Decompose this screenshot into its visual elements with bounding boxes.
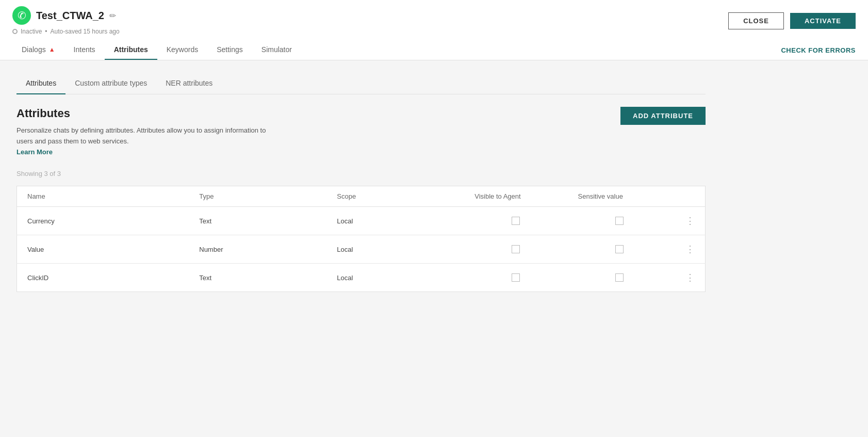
sensitive-checkbox-2[interactable] bbox=[615, 273, 624, 282]
close-button[interactable]: CLOSE bbox=[728, 12, 784, 29]
app-title: Test_CTWA_2 bbox=[36, 10, 104, 22]
cell-scope-0: Local bbox=[326, 207, 464, 235]
more-options-icon-0[interactable]: ⋮ bbox=[681, 215, 695, 226]
separator: • bbox=[45, 28, 47, 35]
cell-sensitive-2 bbox=[568, 264, 671, 292]
col-header-type: Type bbox=[189, 186, 326, 207]
tab-keywords-label: Keywords bbox=[167, 45, 198, 54]
nav-tabs: Dialogs ▲ Intents Attributes Keywords Se… bbox=[12, 40, 301, 60]
cell-type-1: Number bbox=[189, 235, 326, 264]
sensitive-checkbox-0[interactable] bbox=[615, 217, 624, 225]
showing-count: Showing 3 of 3 bbox=[17, 170, 706, 177]
tab-settings[interactable]: Settings bbox=[207, 40, 252, 60]
tab-keywords[interactable]: Keywords bbox=[157, 40, 207, 60]
autosave-text: Auto-saved 15 hours ago bbox=[51, 28, 120, 35]
cell-scope-1: Local bbox=[326, 235, 464, 264]
col-header-name: Name bbox=[17, 186, 189, 207]
cell-actions-2: ⋮ bbox=[671, 264, 706, 292]
learn-more-link[interactable]: Learn More bbox=[17, 148, 53, 156]
table-row: Value Number Local ⋮ bbox=[17, 235, 706, 264]
sensitive-checkbox-1[interactable] bbox=[615, 245, 624, 253]
sub-tab-attributes[interactable]: Attributes bbox=[17, 73, 65, 94]
cell-visible-2 bbox=[464, 264, 567, 292]
check-errors-button[interactable]: CHECK FOR ERRORS bbox=[781, 41, 856, 59]
dialogs-alert-icon: ▲ bbox=[49, 46, 55, 53]
sub-tabs: Attributes Custom attribute types NER at… bbox=[17, 73, 706, 94]
edit-icon[interactable]: ✏ bbox=[109, 11, 116, 21]
tab-intents[interactable]: Intents bbox=[64, 40, 105, 60]
sub-tab-custom[interactable]: Custom attribute types bbox=[65, 73, 156, 94]
status-dot-icon bbox=[12, 29, 18, 34]
more-options-icon-1[interactable]: ⋮ bbox=[681, 244, 695, 255]
more-options-icon-2[interactable]: ⋮ bbox=[681, 272, 695, 283]
cell-sensitive-1 bbox=[568, 235, 671, 264]
attributes-table: Name Type Scope Visible to Agent Sensiti… bbox=[17, 186, 706, 292]
cell-name-0: Currency bbox=[17, 207, 189, 235]
whatsapp-logo-icon: ✆ bbox=[12, 6, 31, 25]
tab-attributes-label: Attributes bbox=[114, 45, 148, 54]
page-description: Personalize chats by defining attributes… bbox=[17, 125, 274, 157]
tab-settings-label: Settings bbox=[217, 45, 243, 54]
cell-visible-0 bbox=[464, 207, 567, 235]
tab-simulator-label: Simulator bbox=[261, 45, 292, 54]
cell-actions-0: ⋮ bbox=[671, 207, 706, 235]
table-row: ClickID Text Local ⋮ bbox=[17, 264, 706, 292]
page-title: Attributes bbox=[17, 107, 274, 120]
tab-dialogs-label: Dialogs bbox=[22, 45, 46, 54]
cell-type-0: Text bbox=[189, 207, 326, 235]
cell-type-2: Text bbox=[189, 264, 326, 292]
col-header-scope: Scope bbox=[326, 186, 464, 207]
cell-name-1: Value bbox=[17, 235, 189, 264]
visible-checkbox-2[interactable] bbox=[512, 273, 520, 282]
cell-visible-1 bbox=[464, 235, 567, 264]
col-header-sensitive: Sensitive value bbox=[568, 186, 671, 207]
tab-dialogs[interactable]: Dialogs ▲ bbox=[12, 40, 64, 60]
tab-attributes[interactable]: Attributes bbox=[105, 40, 157, 60]
tab-simulator[interactable]: Simulator bbox=[252, 40, 301, 60]
visible-checkbox-0[interactable] bbox=[512, 217, 520, 225]
cell-name-2: ClickID bbox=[17, 264, 189, 292]
visible-checkbox-1[interactable] bbox=[512, 245, 520, 253]
tab-intents-label: Intents bbox=[74, 45, 95, 54]
status-text: Inactive bbox=[21, 28, 42, 35]
table-row: Currency Text Local ⋮ bbox=[17, 207, 706, 235]
col-header-visible: Visible to Agent bbox=[464, 186, 567, 207]
col-header-actions bbox=[671, 186, 706, 207]
sub-tab-ner[interactable]: NER attributes bbox=[156, 73, 222, 94]
add-attribute-button[interactable]: ADD ATTRIBUTE bbox=[620, 107, 706, 125]
cell-sensitive-0 bbox=[568, 207, 671, 235]
activate-button[interactable]: ACTIVATE bbox=[790, 13, 856, 29]
cell-scope-2: Local bbox=[326, 264, 464, 292]
cell-actions-1: ⋮ bbox=[671, 235, 706, 264]
